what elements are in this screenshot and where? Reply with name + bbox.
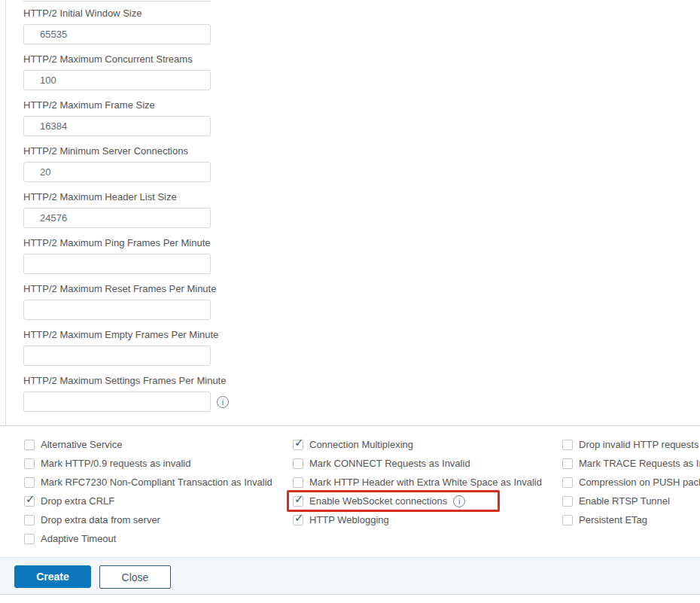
checkbox-label: HTTP Weblogging xyxy=(309,514,389,525)
field-label: HTTP/2 Maximum Reset Frames Per Minute xyxy=(23,283,229,294)
field-label: HTTP/2 Maximum Empty Frames Per Minute xyxy=(23,329,229,340)
checkbox-label: Mark HTTP Header with Extra White Space … xyxy=(309,477,542,488)
checkbox-column-2: ✓ Connection Multiplexing Mark CONNECT R… xyxy=(293,435,542,529)
http2-max-ping-frames-input[interactable] xyxy=(23,254,211,274)
field-http2-max-reset-frames: HTTP/2 Maximum Reset Frames Per Minute xyxy=(23,283,229,320)
checkbox-checked[interactable]: ✓ xyxy=(24,496,35,507)
info-icon[interactable]: i xyxy=(217,396,229,408)
check-icon: ✓ xyxy=(294,493,304,505)
http2-max-header-list-size-input[interactable] xyxy=(23,208,211,228)
checkbox-row-mark-connect-invalid[interactable]: Mark CONNECT Requests as Invalid xyxy=(293,454,542,473)
checkbox-row-drop-extra-crlf[interactable]: ✓ Drop extra CRLF xyxy=(24,492,272,510)
field-http2-max-empty-frames: HTTP/2 Maximum Empty Frames Per Minute xyxy=(23,329,229,366)
field-http2-min-server-connections: HTTP/2 Minimum Server Connections xyxy=(23,145,229,182)
checkbox[interactable] xyxy=(24,477,35,488)
options-checkbox-section: Alternative Service Mark HTTP/0.9 reques… xyxy=(0,425,700,557)
http2-max-settings-frames-input[interactable] xyxy=(23,391,211,412)
action-footer: Create Close xyxy=(0,557,700,595)
checkbox-row-mark-http09-invalid[interactable]: Mark HTTP/0.9 requests as invalid xyxy=(24,454,272,473)
checkbox-column-1: Alternative Service Mark HTTP/0.9 reques… xyxy=(24,435,272,548)
http2-max-frame-size-input[interactable] xyxy=(23,116,211,136)
field-label: HTTP/2 Minimum Server Connections xyxy=(23,145,229,157)
checkbox-label: Mark CONNECT Requests as Invalid xyxy=(309,458,470,469)
field-label: HTTP/2 Maximum Settings Frames Per Minut… xyxy=(23,375,229,386)
http2-fields-group: HTTP/2 Initial Window Size HTTP/2 Maximu… xyxy=(23,8,229,421)
checkbox-row-alternative-service[interactable]: Alternative Service xyxy=(24,435,272,454)
http2-max-reset-frames-input[interactable] xyxy=(23,300,211,320)
check-icon: ✓ xyxy=(294,512,304,524)
checkbox-row-http-weblogging[interactable]: ✓ HTTP Weblogging xyxy=(293,510,542,529)
field-label: HTTP/2 Maximum Frame Size xyxy=(23,99,229,111)
checkbox[interactable] xyxy=(562,496,573,507)
checkbox[interactable] xyxy=(293,458,303,469)
checkbox-checked[interactable]: ✓ xyxy=(293,515,303,525)
checkbox-label: Enable WebSocket connections xyxy=(309,495,447,507)
checkbox-row-mark-extra-whitespace-invalid[interactable]: Mark HTTP Header with Extra White Space … xyxy=(293,473,542,492)
checkbox-checked[interactable]: ✓ xyxy=(293,496,303,507)
checkbox-row-connection-multiplexing[interactable]: ✓ Connection Multiplexing xyxy=(293,435,542,454)
checkbox[interactable] xyxy=(24,458,35,469)
checkbox-row-enable-websocket[interactable]: ✓ Enable WebSocket connections i xyxy=(293,492,542,510)
field-http2-max-settings-frames: HTTP/2 Maximum Settings Frames Per Minut… xyxy=(23,375,229,412)
checkbox-label: Mark HTTP/0.9 requests as invalid xyxy=(41,458,190,469)
http2-max-concurrent-streams-input[interactable] xyxy=(23,70,211,90)
checkbox-row-drop-invalid-http[interactable]: Drop invalid HTTP requests xyxy=(562,435,700,454)
checkbox[interactable] xyxy=(562,458,573,469)
http2-min-server-connections-input[interactable] xyxy=(23,162,211,182)
check-icon: ✓ xyxy=(26,493,35,505)
field-http2-max-ping-frames: HTTP/2 Maximum Ping Frames Per Minute xyxy=(23,237,229,274)
check-icon: ✓ xyxy=(294,437,304,449)
checkbox-row-compression-push[interactable]: Compression on PUSH packets xyxy=(562,473,700,492)
checkbox-row-mark-trace-invalid[interactable]: Mark TRACE Requests as Invalid xyxy=(562,454,700,473)
http2-initial-window-size-input[interactable] xyxy=(23,24,211,44)
close-button[interactable]: Close xyxy=(99,565,171,589)
field-http2-max-header-list-size: HTTP/2 Maximum Header List Size xyxy=(23,191,229,228)
field-http2-max-concurrent-streams: HTTP/2 Maximum Concurrent Streams xyxy=(23,53,229,90)
checkbox-column-3: Drop invalid HTTP requests Mark TRACE Re… xyxy=(562,435,700,529)
field-http2-initial-window-size: HTTP/2 Initial Window Size xyxy=(23,8,229,44)
checkbox-checked[interactable]: ✓ xyxy=(293,440,303,450)
checkbox[interactable] xyxy=(24,440,35,450)
checkbox-row-enable-rtsp-tunnel[interactable]: Enable RTSP Tunnel xyxy=(562,492,700,510)
checkbox-label: Drop invalid HTTP requests xyxy=(579,439,698,450)
checkbox-label: Drop extra data from server xyxy=(41,514,160,525)
checkbox-row-adaptive-timeout[interactable]: Adaptive Timeout xyxy=(24,529,272,548)
checkbox-label: Alternative Service xyxy=(41,439,122,450)
checkbox[interactable] xyxy=(562,515,573,525)
checkbox-label: Persistent ETag xyxy=(579,514,647,525)
create-button[interactable]: Create xyxy=(14,565,91,588)
previous-input-cutoff xyxy=(23,0,211,2)
checkbox-row-drop-extra-data[interactable]: Drop extra data from server xyxy=(24,510,272,529)
field-label: HTTP/2 Maximum Ping Frames Per Minute xyxy=(23,237,229,248)
checkbox-row-persistent-etag[interactable]: Persistent ETag xyxy=(562,510,700,529)
http-profile-form-page: HTTP/2 Initial Window Size HTTP/2 Maximu… xyxy=(0,0,700,603)
checkbox-label: Mark RFC7230 Non-Compliant Transaction a… xyxy=(41,477,272,488)
http2-max-empty-frames-input[interactable] xyxy=(23,346,211,366)
checkbox-label: Connection Multiplexing xyxy=(309,439,413,450)
checkbox-label: Enable RTSP Tunnel xyxy=(579,495,670,507)
checkbox[interactable] xyxy=(24,534,35,544)
checkbox-row-mark-rfc7230-invalid[interactable]: Mark RFC7230 Non-Compliant Transaction a… xyxy=(24,473,272,492)
checkbox[interactable] xyxy=(562,477,573,488)
checkbox[interactable] xyxy=(293,477,303,488)
checkbox[interactable] xyxy=(562,440,573,450)
checkbox-label: Compression on PUSH packets xyxy=(579,477,700,488)
field-label: HTTP/2 Maximum Header List Size xyxy=(23,191,229,203)
field-label: HTTP/2 Maximum Concurrent Streams xyxy=(23,53,229,65)
checkbox-label: Drop extra CRLF xyxy=(41,495,114,507)
checkbox[interactable] xyxy=(24,515,35,525)
field-label: HTTP/2 Initial Window Size xyxy=(23,8,229,19)
field-http2-max-frame-size: HTTP/2 Maximum Frame Size xyxy=(23,99,229,136)
checkbox-label: Adaptive Timeout xyxy=(41,533,116,544)
checkbox-label: Mark TRACE Requests as Invalid xyxy=(579,458,700,469)
info-icon[interactable]: i xyxy=(453,495,465,507)
